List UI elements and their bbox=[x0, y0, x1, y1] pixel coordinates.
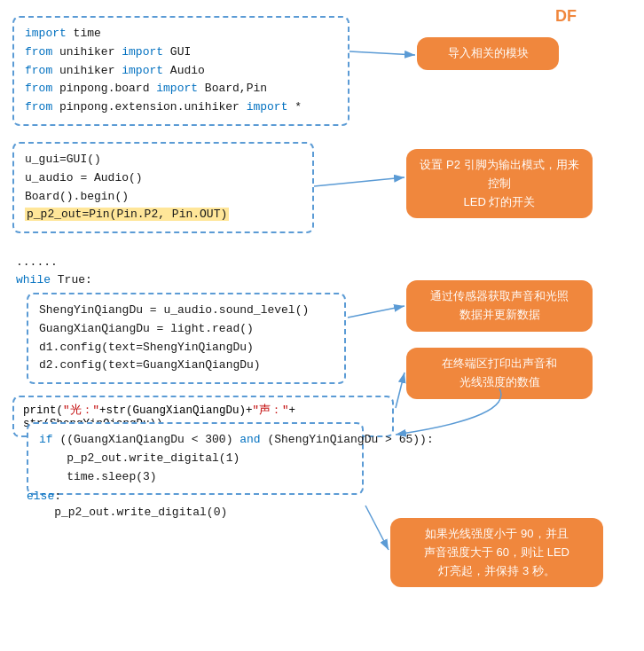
svg-line-2 bbox=[349, 51, 415, 55]
dots: ...... bbox=[16, 255, 58, 269]
main-container: DF import time from unihiker import GUI … bbox=[0, 0, 644, 651]
df-label: DF bbox=[555, 7, 577, 26]
annotation-sensor: 通过传感器获取声音和光照 数据并更新数据 bbox=[406, 280, 593, 332]
code-sensor-text: ShengYinQiangDu = u_audio.sound_level() … bbox=[39, 302, 334, 375]
else-line: else: bbox=[27, 490, 61, 503]
annotation-print: 在终端区打印出声音和 光线强度的数值 bbox=[406, 348, 593, 399]
svg-line-6 bbox=[365, 506, 389, 550]
annotation-pin: 设置 P2 引脚为输出模式，用来控制 LED 灯的开关 bbox=[406, 149, 593, 218]
svg-line-5 bbox=[396, 373, 404, 408]
code-init-text: u_gui=GUI() u_audio = Audio() Board().be… bbox=[25, 151, 302, 224]
code-block-sensor: ShengYinQiangDu = u_audio.sound_level() … bbox=[27, 293, 346, 384]
svg-line-4 bbox=[348, 306, 404, 318]
write-digital-0: p_p2_out.write_digital(0) bbox=[27, 506, 227, 519]
code-ifelse-text: if ((GuangXianQiangDu < 300) and (ShengY… bbox=[39, 431, 351, 486]
code-block-imports: import time from unihiker import GUI fro… bbox=[12, 16, 349, 126]
code-block-init: u_gui=GUI() u_audio = Audio() Board().be… bbox=[12, 142, 314, 233]
svg-line-3 bbox=[314, 177, 404, 186]
annotation-condition: 如果光线强度小于 90，并且 声音强度大于 60，则让 LED 灯亮起，并保持 … bbox=[390, 518, 603, 587]
annotation-import: 导入相关的模块 bbox=[417, 37, 559, 70]
code-block-ifelse: if ((GuangXianQiangDu < 300) and (ShengY… bbox=[27, 422, 364, 495]
while-line: while True: bbox=[16, 273, 92, 286]
code-imports-text: import time from unihiker import GUI fro… bbox=[25, 25, 337, 117]
